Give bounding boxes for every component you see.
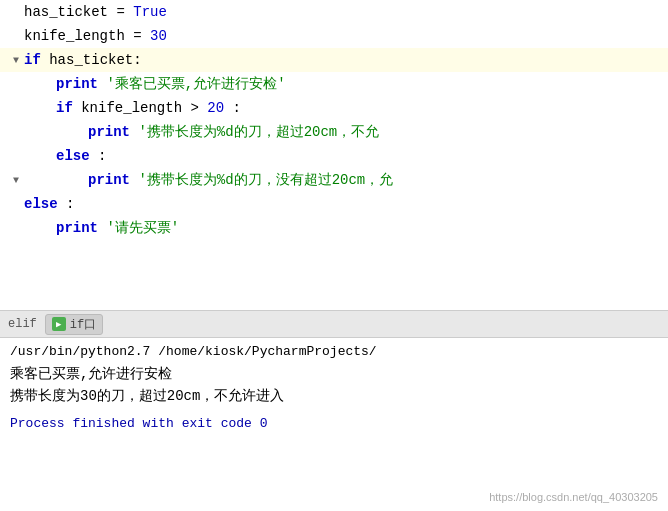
code-token: print [88,124,130,140]
code-token: knife_length [24,28,125,44]
code-token: if [56,100,73,116]
code-token: True [133,4,167,20]
code-token: print [56,220,98,236]
code-token: knife_length [81,100,190,116]
code-token: print [88,172,130,188]
code-line-4: print '乘客已买票,允许进行安检' [0,72,668,96]
line-marker-3: ▼ [8,55,24,66]
code-line-3: ▼ if has_ticket: [0,48,668,72]
output-line-1: 乘客已买票,允许进行安检 [10,363,658,385]
code-token: if [24,52,41,68]
code-token: '请先买票' [106,220,179,236]
run-icon: ▶ [52,317,66,331]
code-token: else [24,196,58,212]
line-marker-8: ▼ [8,175,24,186]
code-token: '乘客已买票,允许进行安检' [106,76,285,92]
terminal: /usr/bin/python2.7 /home/kiosk/PycharmPr… [0,338,668,511]
terminal-path: /usr/bin/python2.7 /home/kiosk/PycharmPr… [10,344,658,359]
elif-label: elif [8,317,37,331]
code-token: print [56,76,98,92]
code-token: else [56,148,90,164]
code-editor: has_ticket = True knife_length = 30 ▼ if… [0,0,668,310]
watermark: https://blog.csdn.net/qq_40303205 [489,491,658,503]
code-token: 30 [150,28,167,44]
code-line-5: if knife_length > 20 : [0,96,668,120]
code-line-6: print '携带长度为%d的刀，超过20cm，不允 [0,120,668,144]
terminal-output: 乘客已买票,允许进行安检 携带长度为30的刀，超过20cm，不允许进入 [10,363,658,408]
divider-bar: elif ▶ if口 [0,310,668,338]
output-line-2: 携带长度为30的刀，超过20cm，不允许进入 [10,385,658,407]
code-line-9: else : [0,192,668,216]
code-line-1: has_ticket = True [0,0,668,24]
code-line-2: knife_length = 30 [0,24,668,48]
code-token: '携带长度为%d的刀，超过20cm，不允 [138,124,379,140]
code-token: has_ticket: [49,52,141,68]
code-token: 20 [207,100,224,116]
process-status: Process finished with exit code 0 [10,416,658,431]
code-token: '携带长度为%d的刀，没有超过20cm，允 [138,172,393,188]
code-line-7: else : [0,144,668,168]
run-tab[interactable]: ▶ if口 [45,314,103,335]
code-token: has_ticket [24,4,108,20]
code-line-10: print '请先买票' [0,216,668,240]
code-line-8: ▼ print '携带长度为%d的刀，没有超过20cm，允 [0,168,668,192]
tab-label: if口 [70,316,96,333]
